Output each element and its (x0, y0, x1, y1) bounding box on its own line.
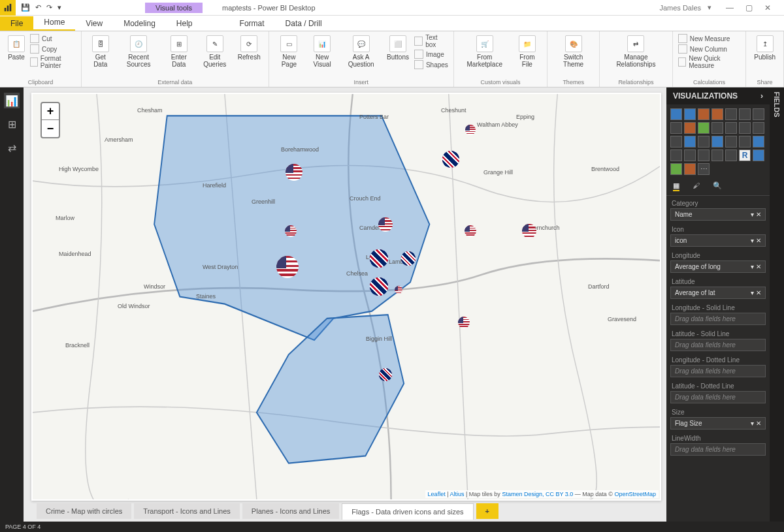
flag-icon-us[interactable] (286, 164, 302, 181)
switch-theme-button[interactable]: 🎨Switch Theme (553, 34, 594, 69)
flag-icon-uk[interactable] (442, 151, 459, 168)
flag-icon-us[interactable] (395, 286, 402, 294)
user-dropdown-icon[interactable]: ▾ (708, 3, 711, 12)
undo-icon[interactable]: ↶ (35, 3, 41, 12)
buttons-button[interactable]: ⬜Buttons (384, 34, 412, 62)
zoom-out-button[interactable]: − (42, 120, 59, 137)
vis-type-icon[interactable] (753, 108, 764, 120)
page-tab[interactable]: Crime - Map with circles (37, 503, 131, 519)
close-icon[interactable]: ✕ (764, 3, 771, 12)
vis-type-icon[interactable] (684, 136, 696, 148)
flag-icon-us[interactable] (522, 224, 536, 238)
view-tab[interactable]: View (75, 16, 113, 31)
home-tab[interactable]: Home (33, 15, 75, 31)
vis-type-icon[interactable] (684, 122, 696, 134)
well-drop-long-dot[interactable]: Drag data fields here (670, 365, 766, 377)
vis-type-icon[interactable] (725, 122, 737, 134)
vis-type-icon[interactable] (698, 136, 710, 148)
qat-dropdown-icon[interactable]: ▾ (57, 3, 61, 12)
vis-type-icon[interactable] (698, 149, 710, 161)
edit-queries-button[interactable]: ✎Edit Queries (197, 34, 233, 69)
vis-type-icon[interactable] (725, 149, 737, 161)
well-item-longitude[interactable]: Average of long▾ ✕ (670, 260, 766, 273)
add-page-button[interactable]: + (476, 503, 498, 519)
user-name[interactable]: James Dales (659, 4, 701, 12)
save-icon[interactable]: 💾 (21, 3, 30, 12)
textbox-button[interactable]: Text box (414, 34, 448, 48)
manage-relationships-button[interactable]: ⇄Manage Relationships (605, 34, 667, 69)
stamen-link[interactable]: Stamen Design, CC BY 3.0 (502, 491, 573, 497)
format-tab-icon[interactable]: 🖌 (693, 181, 700, 191)
file-tab[interactable]: File (0, 16, 33, 31)
flag-icon-us[interactable] (465, 225, 476, 237)
fields-tab-icon[interactable]: ▦ (673, 181, 679, 191)
well-drop-lat-dot[interactable]: Drag data fields here (670, 391, 766, 403)
vis-type-icon[interactable] (711, 122, 723, 134)
recent-sources-button[interactable]: 🕘Recent Sources (116, 34, 160, 69)
well-item-size[interactable]: Flag Size▾ ✕ (670, 417, 766, 430)
flag-icon-uk[interactable] (401, 251, 416, 266)
fields-pane-collapsed[interactable]: FIELDS (770, 87, 784, 522)
model-view-icon[interactable]: ⇄ (4, 140, 20, 155)
vis-type-icon[interactable] (753, 136, 764, 148)
well-item-latitude[interactable]: Average of lat▾ ✕ (670, 287, 766, 299)
page-tab[interactable]: Transport - Icons and Lines (134, 503, 240, 519)
new-measure-button[interactable]: New Measure (678, 34, 741, 43)
format-tab[interactable]: Format (229, 16, 275, 31)
analytics-tab-icon[interactable]: 🔍 (713, 181, 722, 191)
vis-type-r-icon[interactable]: R (739, 149, 751, 161)
vis-type-icon[interactable] (725, 108, 737, 120)
altius-link[interactable]: Altius (449, 491, 464, 497)
report-view-icon[interactable]: 📊 (4, 93, 20, 108)
leaflet-link[interactable]: Leaflet (428, 491, 446, 497)
well-drop-long-solid[interactable]: Drag data fields here (670, 313, 766, 325)
datadrill-tab[interactable]: Data / Drill (275, 16, 333, 31)
new-page-button[interactable]: ▭New Page (274, 34, 304, 69)
new-visual-button[interactable]: 📊New Visual (306, 34, 338, 69)
format-painter-button[interactable]: Format Painter (30, 55, 76, 69)
flag-icon-uk[interactable] (370, 249, 388, 268)
flag-icon-us[interactable] (458, 317, 470, 328)
get-data-button[interactable]: 🗄Get Data (87, 34, 114, 69)
well-item-category[interactable]: Name▾ ✕ (670, 208, 766, 221)
vis-type-icon[interactable] (670, 108, 682, 120)
vis-type-icon[interactable] (698, 108, 710, 120)
vis-type-icon[interactable] (739, 136, 751, 148)
help-tab[interactable]: Help (166, 16, 203, 31)
vis-type-icon[interactable] (670, 149, 682, 161)
from-marketplace-button[interactable]: 🛒From Marketplace (459, 34, 510, 69)
map-visual[interactable]: Chesham Amersham High Wycombe Marlow Mai… (33, 94, 660, 499)
page-tab-active[interactable]: Flags - Data driven icons and sizes (342, 503, 473, 520)
new-column-button[interactable]: New Column (678, 44, 741, 54)
collapse-icon[interactable]: › (760, 91, 763, 101)
paste-button[interactable]: 📋Paste (5, 34, 27, 62)
flag-icon-us[interactable] (465, 125, 476, 135)
well-drop-linewidth[interactable]: Drag data fields here (670, 443, 766, 456)
modeling-tab[interactable]: Modeling (113, 16, 166, 31)
vis-type-icon[interactable] (684, 163, 696, 175)
vis-type-icon[interactable] (670, 163, 682, 175)
well-drop-lat-solid[interactable]: Drag data fields here (670, 339, 766, 351)
from-file-button[interactable]: 📁From File (513, 34, 542, 69)
vis-type-icon[interactable] (711, 108, 723, 120)
vis-type-icon[interactable] (753, 122, 764, 134)
redo-icon[interactable]: ↷ (46, 3, 52, 12)
osm-link[interactable]: OpenStreetMap (614, 491, 656, 497)
copy-button[interactable]: Copy (30, 44, 76, 54)
vis-type-icon[interactable] (711, 136, 723, 148)
vis-type-icon[interactable] (670, 136, 682, 148)
flag-icon-us[interactable] (285, 225, 297, 237)
image-button[interactable]: Image (414, 50, 448, 59)
minimize-icon[interactable]: — (726, 3, 734, 12)
ask-question-button[interactable]: 💬Ask A Question (340, 34, 382, 69)
refresh-button[interactable]: ⟳Refresh (235, 34, 263, 62)
enter-data-button[interactable]: ⊞Enter Data (163, 34, 195, 69)
new-quick-measure-button[interactable]: New Quick Measure (678, 55, 741, 69)
vis-type-icon[interactable] (684, 108, 696, 120)
zoom-in-button[interactable]: + (42, 103, 59, 120)
publish-button[interactable]: ↥Publish (751, 34, 778, 62)
data-view-icon[interactable]: ⊞ (4, 116, 20, 132)
well-item-icon[interactable]: icon▾ ✕ (670, 234, 766, 247)
page-tab[interactable]: Planes - Icons and Lines (242, 503, 339, 519)
vis-type-icon[interactable] (739, 122, 751, 134)
